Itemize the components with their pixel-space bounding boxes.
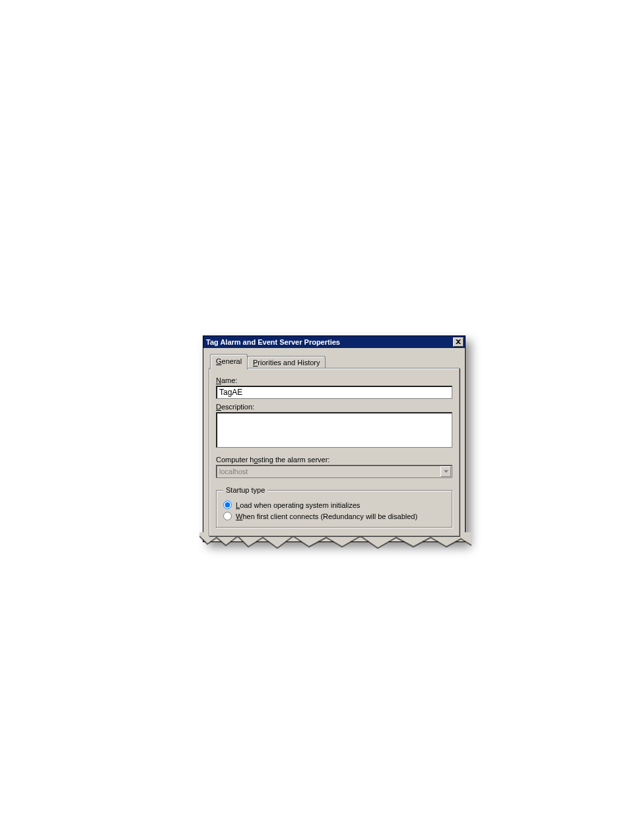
radio-load-os-input[interactable] [223,501,232,509]
radio-client-rest: hen first client connects (Redundancy wi… [242,512,417,520]
radio-client-ul: W [236,512,242,520]
radio-load-rest: oad when operating system initializes [240,501,360,509]
description-textarea[interactable] [216,412,452,448]
tab-general-underline: G [216,357,222,365]
tab-panel-general: Name: Description: Computer hosting the … [209,368,460,536]
startup-type-group: Startup type Load when operating system … [216,486,452,528]
description-label-ul: D [216,403,221,411]
tab-priorities-history[interactable]: Priorities and History [247,356,326,368]
tab-general[interactable]: General [210,354,248,370]
host-label-pre: Computer h [216,456,254,464]
description-label-rest: escription: [221,403,254,411]
radio-load-os-label: Load when operating system initializes [236,501,360,509]
radio-first-client-input[interactable] [223,512,232,520]
dialog-title: Tag Alarm and Event Server Properties [206,336,340,348]
startup-type-legend: Startup type [223,486,267,494]
name-label-rest: ame: [221,376,237,384]
name-input[interactable] [216,386,452,399]
host-combobox: localhost [216,465,452,478]
host-value: localhost [219,468,248,475]
radio-first-client[interactable]: When first client connects (Redundancy w… [223,512,445,520]
properties-dialog: Tag Alarm and Event Server Properties Ge… [203,335,466,542]
close-button[interactable] [453,337,464,347]
chevron-down-icon [440,466,451,477]
radio-load-os[interactable]: Load when operating system initializes [223,501,445,509]
name-label-ul: N [216,376,221,384]
tab-strip: General Priorities and History [209,355,460,368]
name-label: Name: [216,376,452,384]
tab-general-rest: eneral [222,357,242,365]
radio-first-client-label: When first client connects (Redundancy w… [236,512,417,520]
titlebar[interactable]: Tag Alarm and Event Server Properties [203,336,465,348]
close-icon [456,336,461,348]
description-label: Description: [216,403,452,411]
host-label: Computer hosting the alarm server: [216,456,452,464]
tab-priorities-rest: riorities and History [258,359,320,367]
dialog-client-area: General Priorities and History Name: Des… [203,348,465,542]
host-label-post: sting the alarm server: [258,456,330,464]
